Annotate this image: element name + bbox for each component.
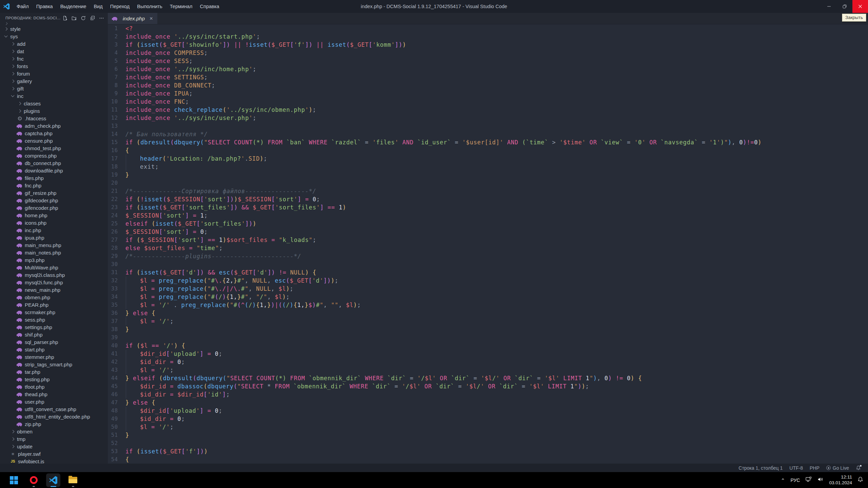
- tree-item-mp3.php[interactable]: mp3.php: [0, 256, 108, 264]
- status-cursor-position[interactable]: Строка 1, столбец 1: [735, 465, 786, 471]
- code-line-10[interactable]: 10include_once FNC;: [108, 98, 868, 106]
- status-language-mode[interactable]: PHP: [806, 465, 823, 471]
- tree-item-mysql2i.class.php[interactable]: mysql2i.class.php: [0, 271, 108, 279]
- tree-item-captcha.php[interactable]: captcha.php: [0, 129, 108, 137]
- tree-item-dat[interactable]: dat: [0, 47, 108, 55]
- code-line-34[interactable]: 34$l = preg_replace("#(/){1,}#", "/", $l…: [108, 293, 868, 301]
- code-line-44[interactable]: 44} elseif (dbresult(dbquery("SELECT COU…: [108, 374, 868, 382]
- code-line-15[interactable]: 15if (dbresult(dbquery("SELECT COUNT(*) …: [108, 138, 868, 146]
- code-line-21[interactable]: 21/*-------------Сортировка файлов------…: [108, 187, 868, 195]
- code-line-52[interactable]: 52: [108, 439, 868, 447]
- code-line-8[interactable]: 8include_once DB_CONNECT;: [108, 81, 868, 89]
- menu-2[interactable]: Выделение: [57, 0, 90, 13]
- code-line-12[interactable]: 12include_once '../sys/inc/user.php';: [108, 114, 868, 122]
- code-line-50[interactable]: 50$l = '/';: [108, 423, 868, 431]
- tree-item-style[interactable]: style: [0, 25, 108, 33]
- tree-item-PEAR.php[interactable]: PEAR.php: [0, 301, 108, 308]
- code-line-16[interactable]: 16{: [108, 146, 868, 155]
- code-line-23[interactable]: 23if (isset($_GET['sort_files']) && $_GE…: [108, 203, 868, 211]
- tree-item-gif_resize.php[interactable]: gif_resize.php: [0, 189, 108, 197]
- code-line-13[interactable]: 13: [108, 122, 868, 130]
- tree-item-player.swf[interactable]: ≡player.swf: [0, 450, 108, 458]
- tree-item-tfoot.php[interactable]: tfoot.php: [0, 383, 108, 390]
- code-line-49[interactable]: 49$id_dir = 0;: [108, 415, 868, 423]
- tree-item-utf8_html_entity_decode.php[interactable]: utf8_html_entity_decode.php: [0, 413, 108, 420]
- code-line-28[interactable]: 28else $sort_files = "time";: [108, 244, 868, 252]
- code-line-26[interactable]: 26$_SESSION['sort'] = 0;: [108, 228, 868, 236]
- taskbar-file-explorer[interactable]: [65, 473, 81, 488]
- menu-5[interactable]: Выполнить: [133, 0, 166, 13]
- code-line-47[interactable]: 47} else {: [108, 399, 868, 407]
- new-file-icon[interactable]: [61, 14, 68, 22]
- tray-notification-bell-icon[interactable]: [857, 476, 863, 484]
- tree-item-fonts[interactable]: fonts: [0, 62, 108, 70]
- code-line-42[interactable]: 42$id_dir = 0;: [108, 358, 868, 366]
- tree-item-home.php[interactable]: home.php: [0, 211, 108, 219]
- code-line-37[interactable]: 37$l = '/';: [108, 317, 868, 325]
- tree-item-stemmer.php[interactable]: stemmer.php: [0, 353, 108, 361]
- taskbar-vscode[interactable]: [45, 473, 61, 488]
- tree-item-icons.php[interactable]: icons.php: [0, 219, 108, 226]
- tree-item-obmen.php[interactable]: obmen.php: [0, 293, 108, 301]
- code-line-18[interactable]: 18exit;: [108, 163, 868, 171]
- status-go-live[interactable]: Go Live: [823, 465, 852, 471]
- taskbar-clock[interactable]: 12:11 03.01.2024: [829, 474, 852, 485]
- code-line-27[interactable]: 27if ($_SESSION['sort'] == 1)$sort_files…: [108, 236, 868, 244]
- tree-item-fnc.php[interactable]: fnc.php: [0, 182, 108, 189]
- network-icon[interactable]: [805, 476, 812, 484]
- tree-item-tar.php[interactable]: tar.php: [0, 368, 108, 375]
- tree-item-shif.php[interactable]: shif.php: [0, 331, 108, 338]
- code-line-24[interactable]: 24$_SESSION['sort'] = 1;: [108, 211, 868, 220]
- language-indicator[interactable]: РУС: [790, 477, 800, 483]
- code-line-25[interactable]: 25elseif (isset($_GET['sort_files'])): [108, 220, 868, 228]
- tree-item-censure.php[interactable]: censure.php: [0, 137, 108, 144]
- tree-item-testing.php[interactable]: testing.php: [0, 375, 108, 383]
- tree-item-inc.php[interactable]: inc.php: [0, 226, 108, 234]
- tree-item-downloadfile.php[interactable]: downloadfile.php: [0, 167, 108, 174]
- code-line-5[interactable]: 5include_once SESS;: [108, 57, 868, 65]
- tree-item-strip_tags_smart.php[interactable]: strip_tags_smart.php: [0, 361, 108, 368]
- tree-item-sess.php[interactable]: sess.php: [0, 316, 108, 323]
- code-line-39[interactable]: 39: [108, 333, 868, 342]
- tree-row-clipped[interactable]: [0, 22, 108, 25]
- menu-3[interactable]: Вид: [90, 0, 106, 13]
- tree-item-classes[interactable]: classes: [0, 100, 108, 107]
- code-line-53[interactable]: 53if (isset($_GET['f'])): [108, 447, 868, 455]
- code-line-11[interactable]: 11include_once check_replace('../sys/inc…: [108, 106, 868, 114]
- tree-item-start.php[interactable]: start.php: [0, 346, 108, 353]
- code-line-14[interactable]: 14/* Бан пользователя */: [108, 130, 868, 138]
- tree-item-gift[interactable]: gift: [0, 85, 108, 92]
- tree-item-obmen[interactable]: obmen: [0, 428, 108, 435]
- minimize-button[interactable]: [821, 0, 837, 13]
- tree-item-chmod_test.php[interactable]: chmod_test.php: [0, 144, 108, 152]
- tree-item-tmp[interactable]: tmp: [0, 435, 108, 443]
- tree-item-MultiWave.php[interactable]: MultiWave.php: [0, 264, 108, 271]
- code-line-17[interactable]: 17header('Location: /ban.php?'.SID);: [108, 155, 868, 163]
- code-line-31[interactable]: 31if (isset($_GET['d']) && esc($_GET['d'…: [108, 268, 868, 277]
- code-line-19[interactable]: 19}: [108, 171, 868, 179]
- code-line-1[interactable]: 1<?: [108, 24, 868, 33]
- tab-index-php[interactable]: index.php ×: [108, 13, 157, 24]
- tree-item-compress.php[interactable]: compress.php: [0, 152, 108, 159]
- tree-item-.htaccess[interactable]: .htaccess: [0, 115, 108, 122]
- tree-item-sys[interactable]: sys: [0, 33, 108, 40]
- code-line-41[interactable]: 41$dir_id['upload'] = 0;: [108, 350, 868, 358]
- tree-item-zip.php[interactable]: zip.php: [0, 420, 108, 428]
- tree-item-fnc[interactable]: fnc: [0, 55, 108, 62]
- tree-item-thead.php[interactable]: thead.php: [0, 390, 108, 398]
- code-line-29[interactable]: 29/*--------------plugins---------------…: [108, 252, 868, 260]
- tree-item-gallery[interactable]: gallery: [0, 77, 108, 85]
- new-folder-icon[interactable]: [70, 14, 78, 22]
- code-line-33[interactable]: 33$l = preg_replace("#\./|/\.#", NULL, $…: [108, 285, 868, 293]
- code-line-43[interactable]: 43$l = '/';: [108, 366, 868, 374]
- code-line-30[interactable]: 30: [108, 260, 868, 268]
- tree-item-ipua.php[interactable]: ipua.php: [0, 234, 108, 241]
- tree-item-news_main.php[interactable]: news_main.php: [0, 286, 108, 293]
- tree-item-main_menu.php[interactable]: main_menu.php: [0, 241, 108, 249]
- code-line-48[interactable]: 48$dir_id['upload'] = 0;: [108, 407, 868, 415]
- code-line-32[interactable]: 32$l = preg_replace("#\.{2,}#", NULL, es…: [108, 277, 868, 285]
- code-line-51[interactable]: 51}: [108, 431, 868, 439]
- tree-item-swfobject.js[interactable]: JSswfobject.js: [0, 458, 108, 464]
- code-line-3[interactable]: 3if (isset($_GET['showinfo']) || !isset(…: [108, 41, 868, 49]
- menu-7[interactable]: Справка: [196, 0, 223, 13]
